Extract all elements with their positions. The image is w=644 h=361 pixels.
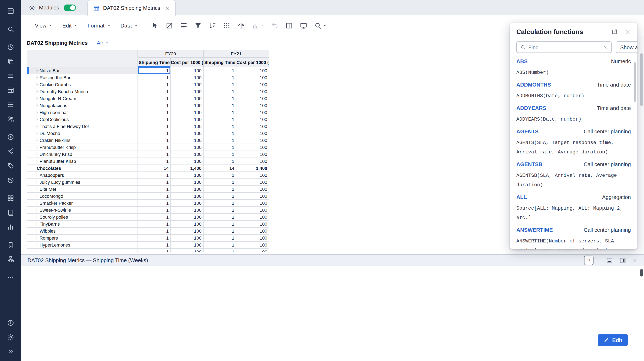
grid-cell[interactable]: 1	[204, 74, 236, 81]
edit-button[interactable]: Edit	[598, 334, 628, 346]
grid-cell[interactable]: 1	[204, 207, 236, 214]
grid-cell[interactable]: 1	[138, 88, 171, 95]
grid-cell[interactable]: 100	[171, 137, 204, 144]
find-search-box[interactable]	[516, 41, 612, 53]
column-header[interactable]: Cost per 1000 (	[236, 58, 269, 67]
grid-cell[interactable]: 1	[138, 116, 171, 123]
grid-cell[interactable]: 100	[171, 172, 204, 179]
function-item[interactable]: ANSWERTIMECall center planningANSWERTIME…	[516, 227, 631, 249]
grid-dots-button[interactable]	[223, 21, 231, 29]
scale-button[interactable]	[237, 21, 245, 29]
function-item[interactable]: ADDMONTHSTime and dateADDMONTHS(Date, nu…	[516, 82, 631, 101]
grid-cell[interactable]: 1	[138, 186, 171, 193]
grid-cell[interactable]: 100	[171, 130, 204, 137]
sidebar-clock-button[interactable]	[0, 40, 21, 54]
sidebar-chart-button[interactable]	[0, 219, 21, 234]
row-label[interactable]: ├High noon bar	[27, 109, 138, 116]
tab-dat02-shipping-metrics[interactable]: DAT02 Shipping Metrics	[88, 0, 176, 15]
dock-bottom-icon[interactable]	[606, 257, 613, 264]
bottom-scrollbar-thumb[interactable]	[640, 269, 643, 277]
dock-right-icon[interactable]	[619, 257, 626, 264]
row-label[interactable]: ├That's a Fine Howdy Do!	[27, 123, 138, 130]
sidebar-list-check-button[interactable]	[0, 97, 21, 112]
sidebar-copy-button[interactable]	[0, 54, 21, 68]
chart-bars-button[interactable]	[252, 21, 264, 29]
grid-cell[interactable]: 1	[204, 193, 236, 200]
grid-cell[interactable]: 100	[236, 235, 269, 242]
select-cursor-button[interactable]	[151, 21, 159, 29]
grid-cell[interactable]: 1	[138, 130, 171, 137]
grid-cell[interactable]: 1	[204, 137, 236, 144]
function-name[interactable]: AGENTS	[516, 128, 538, 135]
sidebar-play-circle-button[interactable]	[0, 130, 21, 144]
grid-cell[interactable]: 100	[236, 207, 269, 214]
grid-cell[interactable]: 1	[138, 144, 171, 151]
function-name[interactable]: ANSWERTIME	[516, 227, 553, 233]
grid-cell[interactable]: 1	[204, 144, 236, 151]
grid-cell[interactable]: 1	[204, 242, 236, 249]
grid-cell[interactable]: 100	[171, 193, 204, 200]
sidebar-book-button[interactable]	[0, 205, 21, 219]
sidebar-flow-button[interactable]	[0, 252, 21, 266]
scrollbar-thumb[interactable]	[640, 53, 643, 106]
grid-cell[interactable]: 100	[171, 67, 204, 74]
row-label[interactable]: ├Cookie Crumbs	[27, 81, 138, 88]
bottom-panel-scrollbar[interactable]	[639, 266, 644, 361]
function-item[interactable]: ABSNumericABS(Number)	[516, 58, 631, 77]
grid-cell[interactable]: 100	[171, 242, 204, 249]
grid-cell[interactable]: 100	[171, 186, 204, 193]
grid-cell[interactable]: 100	[236, 193, 269, 200]
grid-cell[interactable]: 1	[138, 228, 171, 235]
panel-scrollbar-thumb[interactable]	[634, 62, 636, 102]
modules-toggle[interactable]	[64, 4, 76, 11]
row-label[interactable]: ├Wibbles	[27, 228, 138, 235]
grid-cell[interactable]: 100	[236, 242, 269, 249]
function-name[interactable]: ABS	[516, 58, 528, 64]
monitor-button[interactable]	[300, 21, 308, 29]
find-input[interactable]	[528, 44, 600, 50]
column-header[interactable]: Shipping Time	[204, 58, 236, 67]
row-label[interactable]: ├Anapoppers	[27, 172, 138, 179]
grid-cell[interactable]: 1	[138, 214, 171, 221]
grid-cell[interactable]: 1	[204, 249, 236, 252]
grid-cell[interactable]: 1	[204, 179, 236, 186]
tab-close-icon[interactable]	[165, 5, 170, 10]
function-name[interactable]: ADDMONTHS	[516, 82, 551, 88]
row-label[interactable]: ├PlanutButter Krisp	[27, 158, 138, 165]
function-name[interactable]: ADDYEARS	[516, 105, 546, 111]
column-header[interactable]: Cost per 1000 (	[171, 58, 204, 67]
grid-cell[interactable]: 100	[171, 200, 204, 207]
row-label[interactable]: ├Dr. Mocho	[27, 130, 138, 137]
grid-cell[interactable]: 1	[204, 235, 236, 242]
grid-cell[interactable]: 100	[236, 228, 269, 235]
column-header[interactable]: Shipping Time	[138, 58, 171, 67]
grid-cell[interactable]: 1	[138, 221, 171, 228]
grid-cell[interactable]: 100	[171, 95, 204, 102]
grid-cell[interactable]: 100	[236, 88, 269, 95]
grid-cell[interactable]: 1	[204, 221, 236, 228]
row-label[interactable]: ├Rompers	[27, 235, 138, 242]
row-label[interactable]: ├Unichunky Krisp	[27, 151, 138, 158]
grid-cell[interactable]: 1	[204, 81, 236, 88]
grid-cell[interactable]: 1,400	[171, 165, 204, 172]
sidebar-share-button[interactable]	[0, 144, 21, 158]
grid-cell[interactable]: 1	[138, 137, 171, 144]
grid-cell[interactable]: 100	[171, 249, 204, 252]
row-label[interactable]: ├Nougats-N-Cream	[27, 95, 138, 102]
grid-cell[interactable]: 1	[204, 109, 236, 116]
grid-cell[interactable]: 1	[138, 158, 171, 165]
grid-cell[interactable]: 100	[171, 228, 204, 235]
menu-view[interactable]: View	[30, 19, 58, 31]
grid-cell[interactable]: 100	[236, 130, 269, 137]
grid-cell[interactable]: 100	[171, 81, 204, 88]
grid-cell[interactable]: 100	[236, 95, 269, 102]
function-name[interactable]: ALL	[516, 194, 527, 200]
grid-cell[interactable]: 100	[236, 109, 269, 116]
grid-cell[interactable]: 1	[204, 130, 236, 137]
grid-cell[interactable]: 1	[138, 151, 171, 158]
grid-cell[interactable]: 1	[138, 242, 171, 249]
grid-cell[interactable]: 1	[204, 95, 236, 102]
grid-cell[interactable]: 100	[236, 151, 269, 158]
grid-cell[interactable]: 1	[138, 95, 171, 102]
columns-button[interactable]	[285, 21, 293, 29]
